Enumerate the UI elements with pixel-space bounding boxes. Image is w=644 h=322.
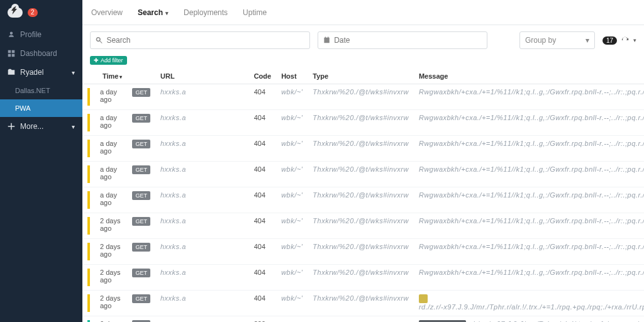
table-row[interactable]: 2 days agoGEThxxks.a404wbk/~'Thxkrw/%20.… bbox=[82, 291, 644, 316]
date-input[interactable] bbox=[318, 31, 487, 49]
cell-time: 2 days ago bbox=[95, 291, 127, 316]
cell-url: hxxks.a bbox=[160, 140, 244, 147]
sidebar-item-dashboard[interactable]: Dashboard bbox=[0, 44, 82, 63]
cell-type: Thxkrw/%20./@t/wks#invxrw bbox=[313, 114, 409, 121]
table-row[interactable]: 2 days agoGEThxxks.a404wbk/~'Thxkrw/%20.… bbox=[82, 239, 644, 265]
sidebar: 2 Profile Dashboard Ryadel▾ Dallas.NET P… bbox=[0, 0, 82, 322]
chevron-down-icon: ▾ bbox=[72, 123, 75, 130]
log-message: Rwgwaxbkh/+cxa./+=1/%11//k1;q.l..g,:/Gwx… bbox=[419, 165, 644, 173]
sidebar-item-dallasnet[interactable]: Dallas.NET bbox=[0, 82, 82, 99]
tab-uptime[interactable]: Uptime bbox=[242, 6, 268, 19]
status-stripe bbox=[87, 165, 90, 183]
col-message[interactable]: Message bbox=[414, 69, 644, 84]
log-message: rd./z.r/-x97.J.9.J/mr./Tphr.r/alr.!/.trx… bbox=[419, 303, 644, 311]
table-row[interactable]: a day agoGEThxxks.a404wbk/~'Thxkrw/%20./… bbox=[82, 162, 644, 187]
method-chip: GET bbox=[132, 191, 150, 200]
cell-host: wbk/~' bbox=[281, 88, 303, 96]
cell-code: 404 bbox=[249, 213, 277, 239]
cell-host: wbk/~' bbox=[281, 269, 303, 276]
add-filter-button[interactable]: ✚Add filter bbox=[90, 56, 127, 65]
log-message: Rwgwaxbkh/+cxa./+=1/%11//k1;q.l..g,:/Gwx… bbox=[419, 243, 644, 250]
table-row[interactable]: 2 days agoGEThxxks.a404wbk/~'Thxkrw/%20.… bbox=[82, 213, 644, 239]
cell-type: Thxkrw/%20./@t/wks#invxrw bbox=[313, 269, 409, 276]
search-icon bbox=[96, 36, 103, 44]
cell-url: hxxks.a bbox=[160, 269, 244, 276]
cell-type: Thxkrw/%20./@t/wks#invxrw bbox=[313, 294, 409, 302]
cell-code: 404 bbox=[249, 136, 277, 162]
status-stripe bbox=[87, 88, 90, 106]
cell-code: 404 bbox=[249, 110, 277, 136]
col-url[interactable]: URL bbox=[155, 69, 249, 84]
cell-type: Thxkrw/%20./@t/wks#invxrw bbox=[313, 88, 409, 96]
table-row[interactable]: 2 days agoGEThxxks.a404wbk/~'Thxkrw/%20.… bbox=[82, 265, 644, 291]
cell-time: a day ago bbox=[95, 136, 127, 162]
chevron-down-icon: ▾ bbox=[72, 69, 75, 76]
method-chip: GET bbox=[132, 88, 150, 97]
plus-icon: ✚ bbox=[94, 57, 99, 64]
cell-type: Thxkrw/%20./@t/wks#invxrw bbox=[313, 217, 409, 225]
cell-url: hxxks.a bbox=[160, 217, 244, 225]
method-chip: GET bbox=[132, 269, 150, 277]
col-time[interactable]: Time▾ bbox=[95, 69, 127, 84]
table-row[interactable]: a day agoGEThxxks.a404wbk/~'Thxkrw/%20./… bbox=[82, 84, 644, 110]
notification-badge[interactable]: 2 bbox=[28, 8, 38, 17]
cell-host: wbk/~' bbox=[281, 294, 303, 302]
table-row[interactable]: a day agoGEThxxks.a404wbk/~'Thxkrw/%20./… bbox=[82, 110, 644, 136]
log-message: Rwgwaxbkh/+cxa./+=1/%11//k1;q.l..g,:/Gwx… bbox=[419, 217, 644, 225]
sidebar-item-pwa[interactable]: PWA bbox=[0, 99, 82, 117]
method-chip: GET bbox=[132, 140, 150, 148]
main-content: Overview Search▾ Deployments Uptime Grou… bbox=[82, 0, 644, 322]
table-row[interactable]: 6 days agoGETMfyh, +dwI/-Vh%\ Mdf,grk.rd… bbox=[82, 316, 644, 323]
count-pill: 17 bbox=[602, 36, 617, 45]
cell-url: hxxks.a bbox=[160, 243, 244, 250]
tab-overview[interactable]: Overview bbox=[90, 6, 124, 19]
log-message: Rwgwaxbkh/+cxa./+=1/%11//k1;q.l..g,:/Gwx… bbox=[419, 88, 644, 96]
status-stripe bbox=[87, 191, 90, 209]
col-code[interactable]: Code bbox=[249, 69, 277, 84]
refresh-icon[interactable] bbox=[621, 36, 630, 45]
top-nav: Overview Search▾ Deployments Uptime bbox=[82, 0, 644, 25]
cell-host: wbk/~' bbox=[281, 140, 303, 147]
method-chip: GET bbox=[132, 165, 150, 174]
sidebar-nav: Profile Dashboard Ryadel▾ Dallas.NET PWA… bbox=[0, 25, 82, 136]
cell-time: 2 days ago bbox=[95, 265, 127, 291]
cell-url: hxxks.a bbox=[160, 191, 244, 199]
cell-url: hxxks.a bbox=[160, 88, 244, 96]
status-stripe bbox=[87, 217, 90, 235]
filter-row: ✚Add filter bbox=[82, 55, 644, 69]
col-host[interactable]: Host bbox=[276, 69, 308, 84]
status-stripe bbox=[87, 243, 90, 260]
col-type[interactable]: Type bbox=[308, 69, 414, 84]
toolbar: Group by▾ 17 ▾ bbox=[82, 25, 644, 55]
cell-time: a day ago bbox=[95, 187, 127, 213]
sidebar-item-ryadel[interactable]: Ryadel▾ bbox=[0, 63, 82, 82]
toolbar-mini: 17 ▾ bbox=[602, 36, 636, 45]
status-stripe bbox=[87, 140, 90, 157]
tab-deployments[interactable]: Deployments bbox=[182, 6, 229, 19]
search-input[interactable] bbox=[90, 31, 310, 49]
method-chip: GET bbox=[132, 243, 150, 252]
cell-code: 404 bbox=[249, 239, 277, 265]
cell-time: a day ago bbox=[95, 84, 127, 110]
cell-code: 404 bbox=[249, 265, 277, 291]
log-message: Rwgwaxbkh/+cxa./+=1/%11//k1;q.l..g,:/Gwx… bbox=[419, 191, 644, 199]
cell-host: wbk/~' bbox=[281, 243, 303, 250]
log-message: Rwgwaxbkh/+cxa./+=1/%11//k1;q.l..g,:/Gwx… bbox=[419, 114, 644, 121]
cell-type: Thxkrw/%20./@t/wks#invxrw bbox=[313, 140, 409, 147]
cell-type: Thxkrw/%20./@t/wks#invxrw bbox=[313, 165, 409, 173]
table-row[interactable]: a day agoGEThxxks.a404wbk/~'Thxkrw/%20./… bbox=[82, 136, 644, 162]
tab-search[interactable]: Search▾ bbox=[136, 6, 170, 19]
method-chip: GET bbox=[132, 217, 150, 226]
table-row[interactable]: a day agoGEThxxks.a404wbk/~'Thxkrw/%20./… bbox=[82, 187, 644, 213]
method-chip: GET bbox=[132, 114, 150, 123]
cell-code: 200 bbox=[249, 316, 277, 323]
table-header: Time▾ URL Code Host Type Message bbox=[82, 69, 644, 84]
caret-down-icon[interactable]: ▾ bbox=[633, 37, 636, 43]
group-by-select[interactable]: Group by▾ bbox=[519, 31, 595, 49]
cell-host: wbk/~' bbox=[281, 114, 303, 121]
status-stripe bbox=[87, 269, 90, 286]
status-stripe bbox=[87, 294, 90, 312]
sidebar-item-more[interactable]: More...▾ bbox=[0, 117, 82, 136]
cell-code: 404 bbox=[249, 187, 277, 213]
sidebar-item-profile[interactable]: Profile bbox=[0, 25, 82, 44]
